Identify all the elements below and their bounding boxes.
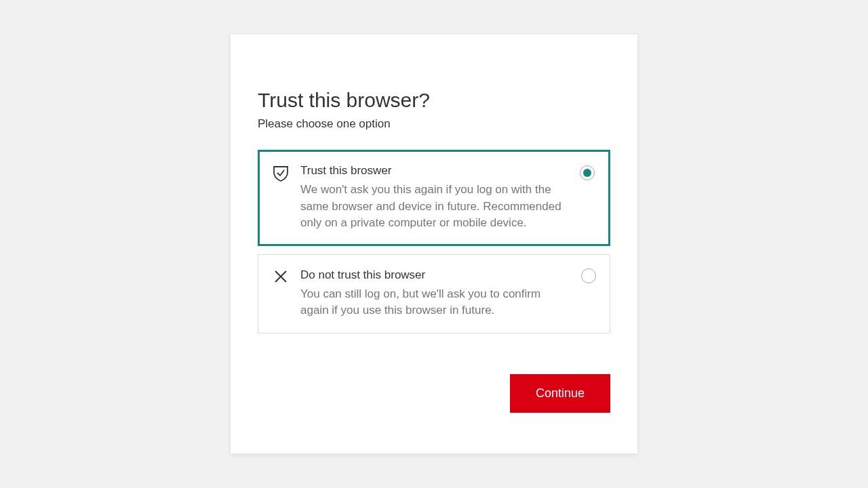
trust-browser-dialog: Trust this browser? Please choose one op…	[231, 35, 637, 453]
button-row: Continue	[258, 374, 610, 413]
option-trust-title: Trust this broswer	[300, 164, 568, 178]
radio-dont-trust[interactable]	[581, 268, 596, 283]
option-dont-trust-content: Do not trust this browser You can still …	[300, 268, 595, 319]
option-trust-desc: We won't ask you this again if you log o…	[300, 182, 568, 232]
option-dont-trust-desc: You can still log on, but we'll ask you …	[300, 286, 568, 319]
x-icon	[273, 270, 288, 286]
option-trust-content: Trust this broswer We won't ask you this…	[300, 164, 595, 232]
shield-check-icon	[273, 165, 288, 182]
option-trust[interactable]: Trust this broswer We won't ask you this…	[258, 150, 610, 246]
option-dont-trust[interactable]: Do not trust this browser You can still …	[258, 254, 610, 333]
radio-trust[interactable]	[580, 165, 595, 180]
continue-button[interactable]: Continue	[510, 374, 610, 413]
option-dont-trust-title: Do not trust this browser	[300, 268, 568, 282]
dialog-subtitle: Please choose one option	[258, 117, 610, 131]
dialog-title: Trust this browser?	[258, 89, 610, 112]
